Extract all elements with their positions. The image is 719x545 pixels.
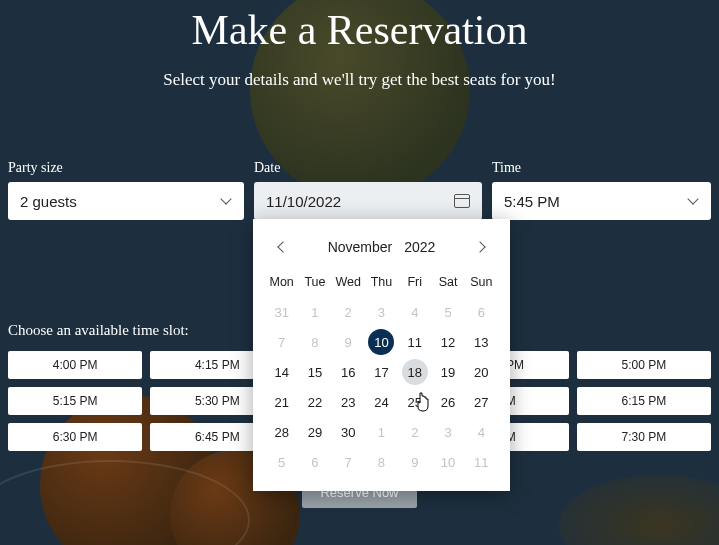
calendar-day[interactable]: 25 — [398, 387, 431, 417]
chevron-left-icon — [277, 241, 288, 252]
next-month-button[interactable] — [470, 237, 490, 257]
chevron-down-icon — [220, 195, 232, 207]
time-slot[interactable]: 4:00 PM — [8, 351, 142, 379]
party-size-select[interactable]: 2 guests — [8, 182, 244, 220]
calendar-grid: MonTueWedThuFriSatSun3112345678910111213… — [265, 267, 498, 477]
date-label: Date — [254, 160, 482, 176]
prev-month-button[interactable] — [273, 237, 293, 257]
calendar-day[interactable]: 22 — [298, 387, 331, 417]
calendar-day[interactable]: 1 — [365, 417, 398, 447]
calendar-day[interactable]: 9 — [398, 447, 431, 477]
calendar-day[interactable]: 8 — [298, 327, 331, 357]
time-value: 5:45 PM — [504, 193, 560, 210]
calendar-day[interactable]: 2 — [332, 297, 365, 327]
calendar-day[interactable]: 7 — [265, 327, 298, 357]
calendar-day[interactable]: 18 — [398, 357, 431, 387]
calendar-day[interactable]: 3 — [431, 417, 464, 447]
calendar-day[interactable]: 10 — [431, 447, 464, 477]
date-select[interactable]: 11/10/2022 — [254, 182, 482, 220]
calendar-weekday: Tue — [298, 267, 331, 297]
calendar-day[interactable]: 29 — [298, 417, 331, 447]
time-label: Time — [492, 160, 711, 176]
calendar-day[interactable]: 9 — [332, 327, 365, 357]
calendar-day[interactable]: 24 — [365, 387, 398, 417]
calendar-day[interactable]: 17 — [365, 357, 398, 387]
time-slot[interactable]: 6:15 PM — [577, 387, 711, 415]
party-size-value: 2 guests — [20, 193, 77, 210]
time-slot[interactable]: 5:15 PM — [8, 387, 142, 415]
calendar-day[interactable]: 6 — [298, 447, 331, 477]
calendar-day[interactable]: 19 — [431, 357, 464, 387]
calendar-day[interactable]: 1 — [298, 297, 331, 327]
calendar-day[interactable]: 10 — [365, 327, 398, 357]
calendar-day[interactable]: 23 — [332, 387, 365, 417]
calendar-day[interactable]: 11 — [398, 327, 431, 357]
calendar-day[interactable]: 30 — [332, 417, 365, 447]
calendar-weekday: Fri — [398, 267, 431, 297]
calendar-day[interactable]: 28 — [265, 417, 298, 447]
calendar-weekday: Sun — [465, 267, 498, 297]
calendar-day[interactable]: 13 — [465, 327, 498, 357]
time-slot[interactable]: 5:00 PM — [577, 351, 711, 379]
calendar-day[interactable]: 6 — [465, 297, 498, 327]
calendar-weekday: Wed — [332, 267, 365, 297]
reservation-form: Party size 2 guests Date 11/10/2022 Time… — [8, 160, 711, 220]
calendar-day[interactable]: 26 — [431, 387, 464, 417]
calendar-weekday: Sat — [431, 267, 464, 297]
calendar-year[interactable]: 2022 — [404, 239, 435, 255]
calendar-day[interactable]: 27 — [465, 387, 498, 417]
calendar-day[interactable]: 8 — [365, 447, 398, 477]
calendar-icon — [454, 194, 470, 208]
time-slot[interactable]: 6:30 PM — [8, 423, 142, 451]
party-size-label: Party size — [8, 160, 244, 176]
chevron-right-icon — [474, 241, 485, 252]
calendar-day[interactable]: 5 — [265, 447, 298, 477]
calendar-day[interactable]: 7 — [332, 447, 365, 477]
calendar-day[interactable]: 4 — [465, 417, 498, 447]
calendar-day[interactable]: 4 — [398, 297, 431, 327]
calendar-month[interactable]: November — [328, 239, 393, 255]
time-select[interactable]: 5:45 PM — [492, 182, 711, 220]
page-title: Make a Reservation — [8, 6, 711, 54]
calendar-day[interactable]: 21 — [265, 387, 298, 417]
calendar-day[interactable]: 12 — [431, 327, 464, 357]
calendar-weekday: Mon — [265, 267, 298, 297]
calendar-day[interactable]: 2 — [398, 417, 431, 447]
calendar-day[interactable]: 14 — [265, 357, 298, 387]
calendar-day[interactable]: 20 — [465, 357, 498, 387]
calendar-day[interactable]: 31 — [265, 297, 298, 327]
page-subtitle: Select your details and we'll try get th… — [8, 70, 711, 90]
calendar-day[interactable]: 5 — [431, 297, 464, 327]
chevron-down-icon — [687, 195, 699, 207]
calendar-title: November 2022 — [324, 239, 440, 255]
calendar-weekday: Thu — [365, 267, 398, 297]
calendar-day[interactable]: 3 — [365, 297, 398, 327]
calendar-day[interactable]: 11 — [465, 447, 498, 477]
date-value: 11/10/2022 — [266, 193, 341, 210]
date-picker-popup: November 2022 MonTueWedThuFriSatSun31123… — [253, 219, 510, 491]
calendar-day[interactable]: 15 — [298, 357, 331, 387]
time-slot[interactable]: 7:30 PM — [577, 423, 711, 451]
calendar-day[interactable]: 16 — [332, 357, 365, 387]
